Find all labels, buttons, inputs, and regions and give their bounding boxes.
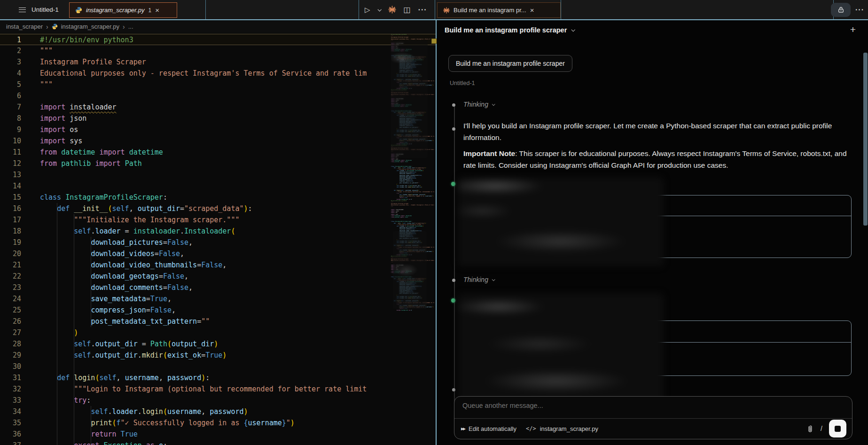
tab-close-icon[interactable]: × <box>155 7 159 14</box>
indent-guide <box>57 203 57 445</box>
chat-input[interactable] <box>462 402 744 409</box>
code-line[interactable]: 10import sys <box>0 135 436 147</box>
code-line[interactable]: 17 """Initialize the Instagram scraper."… <box>0 214 436 226</box>
code-token: from <box>40 148 61 156</box>
code-line[interactable]: 6 <box>0 90 436 101</box>
minimap[interactable]: #!/usr/bin/env python3"""Instagram Profi… <box>391 34 434 313</box>
code-line[interactable]: 14 <box>0 180 436 192</box>
code-line[interactable]: 28 self.output_dir = Path(output_dir) <box>0 338 436 350</box>
code-line[interactable]: 31 def login(self, username, password): <box>0 372 436 383</box>
code-line[interactable]: 11from datetime import datetime <box>0 147 436 158</box>
code-line[interactable]: 19 download_pictures=False, <box>0 237 436 248</box>
layout-menu-icon[interactable] <box>19 8 26 12</box>
code-line[interactable]: 20 download_videos=False, <box>0 248 436 259</box>
split-editor-icon[interactable]: ◫ <box>404 5 411 14</box>
code-token: , <box>117 374 125 382</box>
code-line[interactable]: 37 except Exception as e: <box>0 440 436 445</box>
edit-mode-selector[interactable]: Edit automatically <box>469 425 516 432</box>
code-line[interactable]: 5""" <box>0 79 436 90</box>
lock-button[interactable] <box>831 3 851 17</box>
attach-paperclip-icon[interactable] <box>806 425 814 433</box>
line-number: 11 <box>0 147 21 158</box>
code-token: Instaloader <box>184 227 231 235</box>
code-token: def <box>57 374 74 382</box>
line-number: 8 <box>0 113 21 124</box>
new-chat-button[interactable]: + <box>850 24 856 35</box>
code-token: instaloader <box>70 103 116 111</box>
code-line[interactable]: 27 ) <box>0 327 436 338</box>
breadcrumb-symbol[interactable]: ... <box>128 23 133 30</box>
code-token: Educational purposes only - respect Inst… <box>391 204 434 206</box>
context-reference[interactable]: Untitled-1 <box>450 80 475 86</box>
breadcrumb[interactable]: insta_scraper › instagram_scraper.py › .… <box>0 20 436 33</box>
line-number: 9 <box>0 124 21 135</box>
tab-close-icon[interactable]: × <box>530 7 534 14</box>
thinking-section-2[interactable]: Thinking <box>463 276 494 283</box>
stop-button[interactable] <box>829 420 846 437</box>
code-line[interactable]: 21 download_video_thumbnails=False, <box>0 259 436 271</box>
thinking-section-1[interactable]: Thinking <box>463 101 494 108</box>
code-token: instaloader <box>133 227 180 235</box>
tab-chat-session[interactable]: Build me an instagram pr... × <box>437 2 561 18</box>
code-line[interactable]: 23 download_comments=False, <box>0 282 436 293</box>
code-line[interactable]: 30 <box>0 361 436 372</box>
code-line[interactable]: 3Instagram Profile Scraper <box>0 56 436 68</box>
code-line[interactable]: 24 save_metadata=True, <box>0 293 436 304</box>
code-line[interactable]: 15class InstagramProfileScraper: <box>0 192 436 203</box>
more-actions-icon[interactable]: ··· <box>418 6 427 14</box>
code-line[interactable]: 16 def __init__(self, output_dir="scrape… <box>0 203 436 214</box>
code-token <box>40 250 91 258</box>
code-editor[interactable]: 1#!/usr/bin/env python32"""3Instagram Pr… <box>0 33 436 445</box>
code-line[interactable]: 26 post_metadata_txt_pattern="" <box>0 316 436 327</box>
line-number: 32 <box>0 383 21 395</box>
line-number: 22 <box>0 271 21 282</box>
code-line[interactable]: 22 download_geotags=False, <box>0 271 436 282</box>
code-line[interactable]: 7import instaloader <box>0 101 436 113</box>
window-more-icon[interactable]: ··· <box>855 6 864 14</box>
code-line[interactable]: 32 """Login to Instagram (optional but r… <box>0 383 436 395</box>
code-line[interactable]: 13 <box>0 169 436 180</box>
code-token: . <box>138 407 142 416</box>
code-line[interactable]: 34 self.loader.login(username, password) <box>0 406 436 417</box>
code-token: ( <box>423 226 424 227</box>
code-line[interactable]: 35 print(f"✓ Successfully logged in as {… <box>0 417 436 429</box>
line-number: 34 <box>0 406 21 417</box>
chevron-down-icon[interactable] <box>571 28 575 31</box>
code-content[interactable]: 1#!/usr/bin/env python32"""3Instagram Pr… <box>0 34 436 445</box>
code-line[interactable]: 25 compress_json=False, <box>0 304 436 316</box>
code-line[interactable]: 33 try: <box>0 395 436 406</box>
code-token: , <box>201 407 210 416</box>
menu-group[interactable]: Untitled-1 <box>19 0 59 19</box>
code-line[interactable]: 9import os <box>0 124 436 135</box>
chevron-down-icon[interactable] <box>492 278 495 281</box>
chevron-down-icon[interactable] <box>492 102 495 106</box>
code-line[interactable]: 2""" <box>0 45 436 56</box>
code-token: = <box>138 340 150 348</box>
code-token: from <box>391 217 395 218</box>
code-line[interactable]: 18 self.loader = instaloader.Instaloader… <box>0 226 436 237</box>
code-line[interactable]: 36 return True <box>0 429 436 440</box>
tab-instagram-scraper[interactable]: instagram_scraper.py 1 × <box>69 2 177 18</box>
code-line[interactable]: 4Educational purposes only - respect Ins… <box>0 68 436 79</box>
chat-session-header[interactable]: Build me an instagram profile scraper <box>445 26 574 34</box>
line-number: 2 <box>0 45 21 56</box>
run-dropdown-icon[interactable] <box>377 8 381 11</box>
line-number: 29 <box>0 350 21 361</box>
slash-command-icon[interactable]: / <box>821 425 822 432</box>
breadcrumb-file[interactable]: instagram_scraper.py <box>61 23 119 30</box>
code-token: as <box>142 441 159 445</box>
code-line[interactable]: 29 self.output_dir.mkdir(exist_ok=True) <box>0 350 436 361</box>
code-token: username <box>125 374 159 382</box>
context-file-chip[interactable]: instagram_scraper.py <box>540 425 598 432</box>
ai-starburst-icon[interactable] <box>388 6 396 14</box>
run-button[interactable]: ▷ <box>365 6 370 14</box>
code-token: sys <box>70 137 82 145</box>
code-line[interactable]: 1#!/usr/bin/env python3 <box>0 34 436 45</box>
code-token: False <box>167 283 188 292</box>
code-token: post_metadata_txt_pattern <box>91 317 197 326</box>
chat-scrollbar-thumb[interactable] <box>863 53 868 226</box>
chat-session-title: Build me an instagram profile scraper <box>445 26 567 34</box>
code-line[interactable]: 12from pathlib import Path <box>0 158 436 169</box>
code-line[interactable]: 8import json <box>0 113 436 124</box>
breadcrumb-folder[interactable]: insta_scraper <box>6 23 43 30</box>
